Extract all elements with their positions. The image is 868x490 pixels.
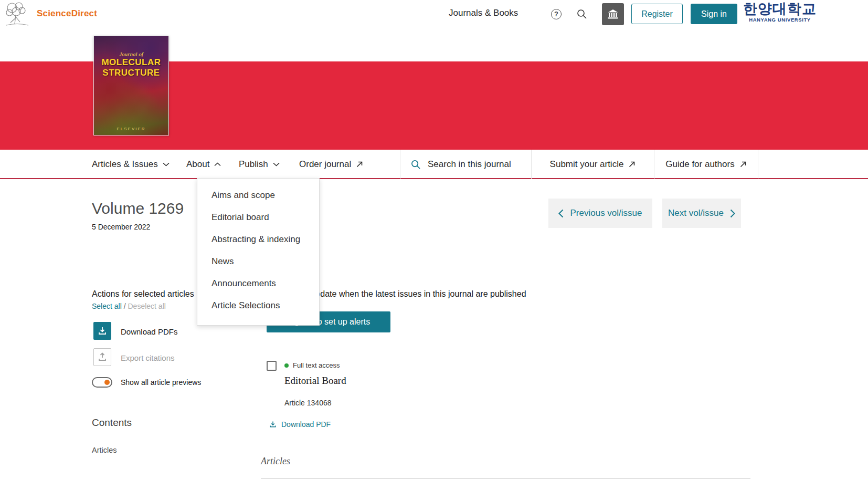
signin-button[interactable]: Sign in: [691, 4, 737, 24]
menu-item-aims-and-scope[interactable]: Aims and scope: [197, 184, 319, 206]
article-number: Article 134068: [284, 399, 332, 407]
chevron-up-icon: [214, 162, 221, 166]
actions-title: Actions for selected articles: [92, 289, 194, 299]
nav-label: Guide for authors: [665, 159, 734, 170]
volume-title: Volume 1269: [92, 200, 184, 217]
nav-item-about[interactable]: About: [186, 150, 221, 179]
show-previews-toggle[interactable]: [92, 377, 112, 388]
toggle-knob: [104, 380, 110, 385]
cover-publisher: ELSEVIER: [94, 127, 168, 131]
journals-books-link[interactable]: Journals & Books: [449, 8, 518, 18]
download-pdfs-label[interactable]: Download PDFs: [121, 327, 177, 336]
site-header: ScienceDirect Journals & Books ? Registe…: [0, 0, 868, 28]
external-link-icon: [356, 161, 363, 168]
chevron-down-icon: [273, 162, 280, 166]
elsevier-tree-icon: [3, 1, 30, 27]
nav-label: Articles & Issues: [92, 159, 158, 170]
header-search-icon[interactable]: [577, 9, 587, 19]
about-dropdown-menu: Aims and scope Editorial board Abstracti…: [197, 178, 320, 326]
show-previews-label: Show all article previews: [121, 378, 201, 387]
nav-label: Submit your article: [550, 159, 624, 170]
bank-icon: [607, 8, 619, 20]
cover-line2: MOLECULAR: [94, 57, 168, 68]
articles-section-heading: Articles: [261, 456, 290, 467]
upload-icon: [97, 352, 108, 362]
download-pdf-label: Download PDF: [281, 420, 331, 429]
register-button[interactable]: Register: [631, 4, 683, 24]
nav-label: Publish: [239, 159, 268, 170]
menu-item-news[interactable]: News: [197, 251, 319, 273]
cover-line3: STRUCTURE: [94, 68, 168, 78]
nav-label: Order journal: [299, 159, 351, 170]
previous-vol-issue-button[interactable]: Previous vol/issue: [548, 199, 652, 228]
chevron-down-icon: [163, 162, 170, 166]
nav-item-publish[interactable]: Publish: [239, 150, 280, 179]
select-separator: /: [122, 302, 128, 310]
menu-item-article-selections[interactable]: Article Selections: [197, 295, 319, 317]
menu-item-editorial-board[interactable]: Editorial board: [197, 206, 319, 228]
deselect-all-link: Deselect all: [128, 302, 165, 310]
journal-search-button[interactable]: Search in this journal: [400, 150, 532, 179]
nav-item-articles-issues[interactable]: Articles & Issues: [92, 150, 170, 179]
download-pdfs-button[interactable]: [93, 322, 111, 340]
journal-cover-image: Journal of MOLECULAR STRUCTURE ELSEVIER: [93, 36, 169, 135]
contents-section-articles[interactable]: Articles: [92, 446, 117, 454]
chevron-right-icon: [730, 209, 735, 218]
chevron-left-icon: [558, 209, 564, 218]
search-icon: [411, 160, 421, 170]
download-icon: [97, 326, 108, 336]
external-link-icon: [628, 161, 636, 168]
next-vol-issue-button[interactable]: Next vol/issue: [662, 199, 741, 228]
section-divider: [261, 478, 750, 479]
download-icon: [269, 420, 277, 429]
article-title-link[interactable]: Editorial Board: [284, 375, 346, 387]
previous-label: Previous vol/issue: [570, 208, 642, 218]
select-all-link[interactable]: Select all: [92, 302, 122, 310]
next-label: Next vol/issue: [668, 208, 724, 218]
article-checkbox[interactable]: [267, 361, 277, 371]
journal-search-label: Search in this journal: [428, 159, 511, 170]
sciencedirect-brand-link[interactable]: ScienceDirect: [37, 8, 97, 19]
hanyang-english-text: HANYANG UNIVERSITY: [740, 17, 820, 23]
export-citations-label: Export citations: [121, 353, 175, 362]
help-icon[interactable]: ?: [551, 9, 562, 19]
download-pdf-link[interactable]: Download PDF: [269, 420, 331, 429]
nav-item-guide-for-authors[interactable]: Guide for authors: [654, 150, 758, 179]
select-row: Select all / Deselect all: [92, 302, 166, 310]
hanyang-university-logo: 한양대학교 HANYANG UNIVERSITY: [740, 1, 820, 23]
sciencedirect-journal-page: ScienceDirect Journals & Books ? Registe…: [0, 0, 868, 490]
contents-title: Contents: [92, 417, 132, 429]
cover-line1: Journal of: [94, 51, 168, 57]
nav-label: About: [186, 159, 209, 170]
nav-item-order-journal[interactable]: Order journal: [299, 150, 363, 179]
issue-date: 5 December 2022: [92, 223, 150, 231]
external-link-icon: [739, 161, 747, 168]
menu-item-announcements[interactable]: Announcements: [197, 273, 319, 295]
export-citations-button: [93, 348, 111, 366]
nav-item-submit-article[interactable]: Submit your article: [532, 150, 654, 179]
journal-navbar: Articles & Issues About Publish Order jo…: [0, 150, 868, 179]
hanyang-korean-text: 한양대학교: [740, 1, 820, 17]
access-status-dot: [284, 363, 289, 368]
institution-access-button[interactable]: [602, 3, 624, 25]
menu-item-abstracting-indexing[interactable]: Abstracting & indexing: [197, 228, 319, 251]
access-status-label: Full text access: [293, 361, 340, 369]
